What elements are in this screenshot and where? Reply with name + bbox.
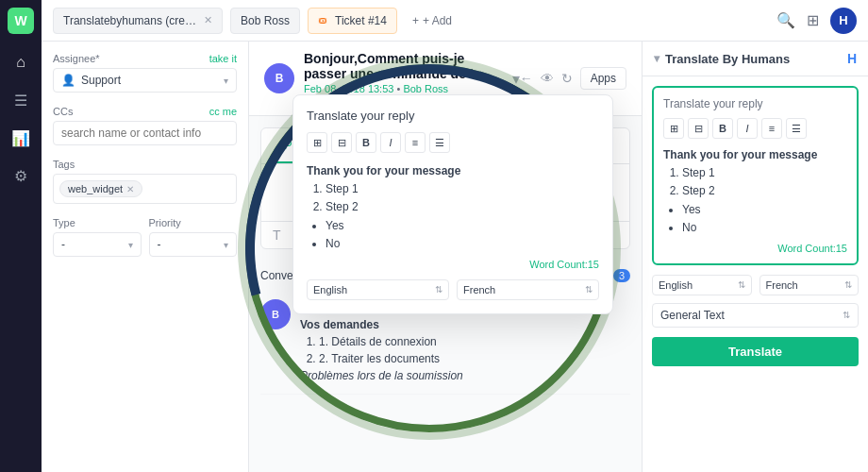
popup-list: Step 1 Step 2: [307, 180, 599, 216]
ticket-avatar: B: [264, 63, 294, 93]
assignee-section: Assignee* take it 👤 Support ▾: [53, 53, 237, 93]
tags-label: Tags: [53, 159, 237, 170]
italic-button[interactable]: I: [737, 118, 758, 139]
list-item: Step 1: [682, 164, 847, 182]
search-icon[interactable]: 🔍: [776, 11, 795, 29]
take-it-link[interactable]: take it: [209, 53, 237, 64]
bullet-item: Yes: [682, 201, 847, 219]
type-select[interactable]: - ▾: [53, 232, 142, 257]
table2-icon[interactable]: ⊟: [688, 118, 709, 139]
translate-box: Translate your reply ⊞ ⊟ B I ≡ ☰ Thank y…: [652, 86, 859, 265]
popup-ordered-list-button[interactable]: ☰: [429, 132, 450, 153]
lang-to-chevron: ⇅: [844, 279, 852, 290]
app-logo[interactable]: W: [8, 8, 34, 34]
popup-lang-to-chevron: ⇅: [585, 284, 593, 295]
priority-label: Priority: [149, 217, 238, 228]
left-navigation: W ⌂ ☰ 📊 ⚙: [0, 0, 42, 472]
popup-title: Translate your reply: [307, 109, 599, 123]
bullet-item: No: [682, 219, 847, 237]
tab-bobross[interactable]: Bob Ross: [230, 8, 300, 34]
person-icon: 👤: [61, 74, 75, 87]
right-panel: ▾ Translate By Humans H Translate your r…: [642, 42, 868, 472]
text-type-chevron: ⇅: [843, 310, 850, 320]
tag-remove-icon[interactable]: ✕: [126, 184, 134, 194]
grid-icon[interactable]: ⊞: [807, 11, 819, 29]
type-chevron-icon: ▾: [128, 240, 133, 250]
ticket-dropdown-icon[interactable]: ▾: [512, 70, 520, 88]
panel-collapse-icon[interactable]: ▾: [654, 52, 659, 65]
type-section: Type - ▾: [53, 217, 142, 257]
translate-box-title: Translate your reply: [663, 97, 847, 110]
popup-table2-icon[interactable]: ⊟: [331, 132, 352, 153]
priority-chevron-icon: ▾: [224, 240, 228, 250]
popup-toolbar: ⊞ ⊟ B I ≡ ☰: [307, 132, 599, 153]
nav-reports-icon[interactable]: 📊: [4, 121, 38, 155]
tags-container[interactable]: web_widget ✕: [53, 174, 237, 204]
panel-brand-icon: H: [847, 51, 857, 66]
cc-me-link[interactable]: cc me: [209, 106, 237, 117]
translate-button[interactable]: Translate: [652, 337, 859, 366]
popup-bold-button[interactable]: B: [356, 132, 376, 153]
nav-home-icon[interactable]: ⌂: [4, 45, 38, 79]
tags-section: Tags web_widget ✕: [53, 159, 237, 204]
table-icon[interactable]: ⊞: [663, 118, 684, 139]
word-count: Word Count:15: [663, 243, 847, 254]
popup-source-lang[interactable]: English ⇅: [307, 279, 449, 300]
assignee-select[interactable]: 👤 Support ▾: [53, 68, 237, 93]
bold-button[interactable]: B: [712, 118, 733, 139]
ccs-label: CCs cc me: [53, 106, 237, 117]
message-avatar: B: [260, 299, 291, 329]
source-lang-select[interactable]: English ⇅: [652, 275, 752, 295]
nav-inbox-icon[interactable]: ☰: [4, 83, 38, 117]
priority-select[interactable]: - ▾: [149, 232, 238, 257]
sidebar: Assignee* take it 👤 Support ▾ CCs: [42, 42, 249, 472]
ticket-title: Bonjour,Comment puis-je passer une comma…: [304, 51, 503, 81]
tab-close-icon[interactable]: ✕: [204, 14, 212, 26]
tab-ticket14[interactable]: 🎟 Ticket #14: [308, 8, 397, 34]
popup-content: Thank you for your message Step 1 Step 2…: [307, 162, 599, 253]
topbar-right: 🔍 ⊞ H: [776, 8, 857, 34]
type-label: Type: [53, 217, 142, 228]
forward-icon[interactable]: ↻: [561, 71, 573, 86]
ticket-header-right: ← 👁 ↻ Apps: [520, 67, 626, 90]
popup-lang-from-chevron: ⇅: [435, 284, 442, 295]
tab-label: Bob Ross: [241, 14, 290, 27]
apps-button[interactable]: Apps: [580, 67, 626, 90]
list-item: 1. Détails de connexion: [319, 333, 630, 350]
message-list: 1. Détails de connexion 2. Traiter les d…: [300, 333, 630, 367]
popup-italic-button[interactable]: I: [380, 132, 401, 153]
ccs-input[interactable]: [53, 121, 237, 145]
ordered-list-button[interactable]: ☰: [786, 118, 807, 139]
message-text: Vos demandes 1. Détails de connexion 2. …: [300, 316, 630, 384]
popup-bullets: Yes No: [307, 217, 599, 253]
popup-bullet-item: Yes: [326, 217, 599, 235]
user-avatar[interactable]: H: [830, 8, 857, 34]
tab-label: Translatebyhumans (create): [63, 14, 196, 27]
translate-popup: Translate your reply ⊞ ⊟ B I ≡ ☰ Thank y…: [292, 94, 613, 314]
list-button[interactable]: ≡: [761, 118, 782, 139]
popup-table-icon[interactable]: ⊞: [307, 132, 327, 153]
translate-list: Step 1 Step 2: [663, 164, 847, 200]
popup-footer: English ⇅ French ⇅: [307, 279, 599, 300]
text-format-icon[interactable]: T: [273, 228, 281, 243]
panel-header-left: ▾ Translate By Humans: [654, 52, 790, 66]
popup-word-count: Word Count:15: [307, 259, 599, 270]
tab-translatebyhumans[interactable]: Translatebyhumans (create) ✕: [53, 8, 223, 34]
popup-list-button[interactable]: ≡: [405, 132, 426, 153]
popup-list-item: Step 1: [326, 180, 599, 198]
panel-header: ▾ Translate By Humans H: [643, 42, 868, 76]
back-icon[interactable]: ←: [520, 71, 533, 86]
add-icon: +: [412, 14, 419, 27]
add-tab-button[interactable]: + + Add: [405, 10, 459, 31]
text-type-select[interactable]: General Text ⇅: [652, 303, 859, 328]
target-lang-select[interactable]: French ⇅: [760, 275, 860, 295]
popup-target-lang[interactable]: French ⇅: [457, 279, 599, 300]
translate-bullets: Yes No: [663, 201, 847, 237]
list-item: 2. Traiter les documents: [319, 350, 630, 367]
language-selects: English ⇅ French ⇅: [643, 275, 868, 295]
priority-section: Priority - ▾: [149, 217, 238, 257]
top-bar: Translatebyhumans (create) ✕ Bob Ross 🎟 …: [42, 0, 868, 42]
translate-content: Thank you for your message Step 1 Step 2…: [663, 146, 847, 237]
eye-icon[interactable]: 👁: [541, 71, 554, 86]
nav-settings-icon[interactable]: ⚙: [4, 159, 38, 193]
